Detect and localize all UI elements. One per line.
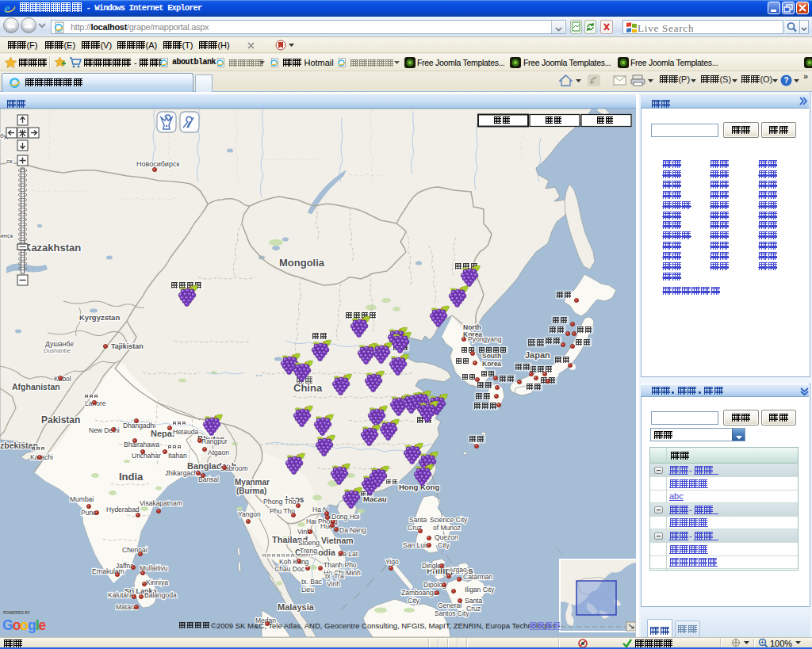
svg-text:Phu Tho: Phu Tho (270, 507, 295, 515)
svg-text:Korea: Korea (482, 360, 501, 368)
svg-text:Rangpur: Rangpur (201, 437, 228, 445)
svg-text:Zamboanga: Zamboanga (401, 589, 438, 597)
svg-text:Yangon: Yangon (238, 510, 261, 518)
svg-text:(Burma): (Burma) (236, 487, 266, 495)
svg-text:Afghanistan: Afghanistan (12, 382, 60, 391)
svg-text:Chennai: Chennai (122, 546, 147, 554)
svg-text:Japan: Japan (525, 350, 550, 360)
svg-text:Bhairahawa: Bhairahawa (124, 441, 159, 449)
svg-text:Da Nang: Da Nang (339, 526, 366, 534)
svg-text:Vinh: Vinh (327, 580, 340, 588)
svg-text:City: City (408, 597, 419, 605)
svg-text:Kinniya: Kinniya (146, 578, 168, 586)
svg-text:tx. Bac: tx. Bac (301, 578, 323, 586)
svg-text:Science City: Science City (430, 516, 468, 524)
svg-text:Santa: Santa (465, 597, 482, 605)
svg-text:Atgaon: Atgaon (208, 449, 229, 456)
svg-text:Treng: Treng (300, 547, 317, 555)
svg-text:Quezon: Quezon (435, 533, 458, 541)
svg-text:Dhangadhi: Dhangadhi (123, 422, 155, 429)
svg-text:Yigo: Yigo (385, 558, 399, 566)
svg-text:Google: Google (2, 617, 47, 633)
svg-text:Новосибирск: Новосибирск (136, 160, 179, 168)
svg-text:POWERED BY: POWERED BY (3, 610, 31, 615)
svg-text:Itahari: Itahari (168, 452, 187, 460)
svg-text:Catarman: Catarman (463, 573, 493, 581)
svg-text:San Luis: San Luis (403, 541, 429, 549)
svg-text:Santa: Santa (409, 516, 427, 524)
svg-text:Chau Doc: Chau Doc (274, 565, 305, 573)
svg-text:Unchahar: Unchahar (132, 452, 161, 460)
svg-text:Vietnam: Vietnam (321, 536, 354, 545)
svg-text:Dingle: Dingle (422, 562, 441, 570)
svg-text:?: ? (784, 76, 789, 85)
svg-text:Kalutara: Kalutara (108, 591, 133, 599)
svg-text:Kabol: Kabol (54, 375, 71, 383)
svg-text:Phong Tho: Phong Tho (263, 498, 297, 506)
svg-text:Pyongyang: Pyongyang (468, 335, 502, 343)
svg-text:of Munoz: of Munoz (433, 524, 461, 532)
svg-text:e: e (5, 2, 10, 15)
svg-text:Lieu: Lieu (301, 586, 314, 594)
svg-text:Macau: Macau (363, 494, 387, 503)
svg-text:Nepal: Nepal (151, 429, 174, 438)
svg-text:Mumbai: Mumbai (70, 495, 94, 503)
svg-text:Kazakhstan: Kazakhstan (24, 242, 81, 254)
svg-text:Koh Kong: Koh Kong (279, 558, 309, 566)
svg-text:City: City (438, 541, 450, 549)
svg-text:India: India (119, 471, 144, 483)
svg-text:China: China (293, 382, 323, 394)
svg-text:Stoeng: Stoeng (298, 539, 320, 547)
svg-text:Dong Hoi: Dong Hoi (331, 513, 360, 521)
svg-text:Tajikistan: Tajikistan (111, 342, 144, 350)
svg-text:Santos City: Santos City (435, 609, 469, 617)
svg-text:Pakistan: Pakistan (41, 414, 80, 426)
svg-text:Visakapatnam: Visakapatnam (140, 499, 182, 507)
svg-text:Hetauda: Hetauda (173, 428, 198, 436)
svg-text:Thanh Pho: Thanh Pho (324, 561, 357, 569)
svg-text:©2009 SK M&C, Tele Atlas, AND,: ©2009 SK M&C, Tele Atlas, AND, Geocentre… (211, 621, 561, 630)
svg-text:tx. Tra: tx. Tra (325, 572, 344, 580)
svg-text:инск: инск (0, 232, 13, 239)
svg-text:General: General (438, 601, 462, 609)
svg-text:Dushanbe: Dushanbe (44, 347, 71, 354)
svg-text:Hyderabad: Hyderabad (106, 506, 140, 513)
svg-text:ск: ск (6, 158, 13, 165)
svg-text:Matara: Matara (116, 603, 137, 611)
svg-text:Malaysia: Malaysia (278, 602, 315, 612)
svg-text:Balangoda: Balangoda (144, 591, 177, 599)
svg-text:Hong Kong: Hong Kong (399, 483, 439, 491)
svg-text:Myanmar: Myanmar (235, 478, 270, 487)
svg-text:Kyrgyzstan: Kyrgyzstan (79, 313, 120, 322)
svg-text:Mongolia: Mongolia (279, 257, 325, 269)
svg-text:Iligan City: Iligan City (465, 586, 495, 594)
